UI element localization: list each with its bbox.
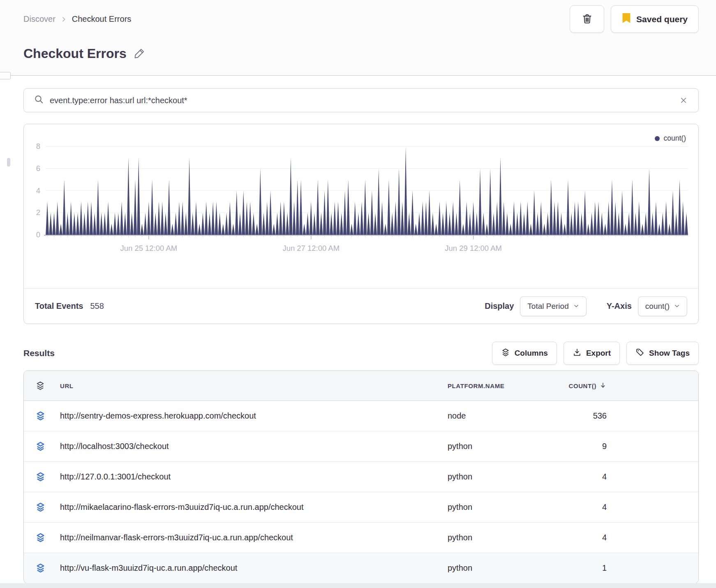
table-row: http://neilmanvar-flask-errors-m3uuizd7i… <box>24 522 698 553</box>
cell-count: 4 <box>554 472 698 482</box>
y-axis-dropdown[interactable]: count() <box>638 296 687 316</box>
column-header-url[interactable]: URL <box>60 382 448 389</box>
events-bar-chart[interactable]: 02468Jun 25 12:00 AMJun 27 12:00 AMJun 2… <box>24 124 698 288</box>
display-dropdown-value: Total Period <box>527 302 568 311</box>
search-input[interactable] <box>50 96 674 105</box>
row-actions-layers-icon[interactable] <box>24 441 60 451</box>
table-body: http://sentry-demos-express.herokuapp.co… <box>24 401 698 583</box>
events-chart-panel: 02468Jun 25 12:00 AMJun 27 12:00 AMJun 2… <box>23 124 699 324</box>
page-title: Checkout Errors <box>23 44 127 63</box>
bookmark-icon <box>622 13 631 25</box>
total-events-value: 558 <box>90 301 104 311</box>
layers-icon <box>501 348 510 359</box>
cell-url: http://127.0.0.1:3001/checkout <box>60 472 448 482</box>
legend-dot <box>655 136 660 141</box>
y-axis-label: Y-Axis <box>607 301 632 311</box>
table-row: http://127.0.0.1:3001/checkout python 4 <box>24 461 698 492</box>
cell-url: http://vu-flask-m3uuizd7iq-uc.a.run.app/… <box>60 563 448 573</box>
cell-platform: python <box>448 563 554 573</box>
row-actions-layers-icon[interactable] <box>24 411 60 421</box>
export-button-label: Export <box>586 349 611 358</box>
tag-icon <box>635 348 644 359</box>
cell-platform: python <box>448 533 554 542</box>
chevron-right-icon <box>60 16 67 23</box>
chevron-down-icon <box>674 302 680 311</box>
panel-collapse-handle[interactable] <box>0 72 11 79</box>
cell-count: 9 <box>554 442 698 451</box>
content-divider <box>0 75 716 76</box>
search-bar <box>23 88 699 112</box>
cell-count: 1 <box>554 563 698 573</box>
table-header-row: URL PLATFORM.NAME COUNT() <box>24 371 698 401</box>
download-icon <box>573 348 582 359</box>
row-actions-layers-icon[interactable] <box>24 502 60 512</box>
trash-icon <box>582 13 593 25</box>
legend-item-count[interactable]: count() <box>655 134 686 143</box>
row-actions-layers-icon[interactable] <box>24 563 60 573</box>
svg-text:6: 6 <box>36 164 40 173</box>
results-heading: Results <box>23 348 55 358</box>
table-row: http://mikaelacarino-flask-errors-m3uuiz… <box>24 492 698 522</box>
cell-platform: python <box>448 442 554 451</box>
svg-text:Jun 29 12:00 AM: Jun 29 12:00 AM <box>445 244 502 252</box>
breadcrumb-current-page: Checkout Errors <box>72 14 132 24</box>
legend-label: count() <box>664 134 686 143</box>
svg-text:2: 2 <box>36 208 40 217</box>
cell-platform: python <box>448 472 554 482</box>
total-events-label: Total Events <box>35 301 83 311</box>
svg-text:Jun 27 12:00 AM: Jun 27 12:00 AM <box>282 244 340 252</box>
edit-pencil-icon[interactable] <box>133 47 146 60</box>
table-row: http://vu-flask-m3uuizd7iq-uc.a.run.app/… <box>24 553 698 583</box>
chevron-down-icon <box>573 302 579 311</box>
cell-count: 536 <box>554 411 698 421</box>
page-bottom-strip <box>0 583 716 588</box>
cell-platform: node <box>448 411 554 421</box>
page-header: Discover Checkout Errors <box>0 0 716 75</box>
table-row: http://localhost:3003/checkout python 9 <box>24 431 698 461</box>
show-tags-button[interactable]: Show Tags <box>626 342 699 365</box>
delete-saved-query-button[interactable] <box>570 5 604 33</box>
display-dropdown[interactable]: Total Period <box>520 296 586 316</box>
cell-url: http://neilmanvar-flask-errors-m3uuizd7i… <box>60 533 448 542</box>
breadcrumb-discover[interactable]: Discover <box>23 14 55 24</box>
chart-area: 02468Jun 25 12:00 AMJun 27 12:00 AMJun 2… <box>24 124 698 288</box>
breadcrumb: Discover Checkout Errors <box>23 14 131 24</box>
cell-url: http://localhost:3003/checkout <box>60 442 448 451</box>
svg-text:Jun 25 12:00 AM: Jun 25 12:00 AM <box>120 244 178 252</box>
results-table: URL PLATFORM.NAME COUNT() http://sentry-… <box>23 370 699 583</box>
table-row: http://sentry-demos-express.herokuapp.co… <box>24 401 698 431</box>
cell-count: 4 <box>554 533 698 542</box>
scrollbar-thumb[interactable] <box>7 158 10 167</box>
cell-url: http://sentry-demos-express.herokuapp.co… <box>60 411 448 421</box>
saved-query-button[interactable]: Saved query <box>611 5 699 33</box>
column-header-count[interactable]: COUNT() <box>554 382 698 390</box>
show-tags-button-label: Show Tags <box>649 349 690 358</box>
chart-footer: Total Events 558 Display Total Period Y-… <box>24 288 698 324</box>
svg-text:0: 0 <box>36 230 40 239</box>
svg-text:8: 8 <box>36 142 40 150</box>
columns-button-label: Columns <box>515 349 548 358</box>
row-actions-layers-icon[interactable] <box>24 532 60 543</box>
cell-platform: python <box>448 502 554 512</box>
column-header-platform[interactable]: PLATFORM.NAME <box>448 382 554 389</box>
cell-count: 4 <box>554 502 698 512</box>
cell-url: http://mikaelacarino-flask-errors-m3uuiz… <box>60 502 448 512</box>
columns-button[interactable]: Columns <box>492 342 557 365</box>
svg-text:4: 4 <box>36 186 40 195</box>
clear-search-icon[interactable] <box>680 97 687 104</box>
search-icon <box>34 95 44 106</box>
row-actions-layers-icon[interactable] <box>24 472 60 482</box>
export-button[interactable]: Export <box>564 342 620 365</box>
display-label: Display <box>485 301 514 311</box>
sort-descending-icon <box>599 382 607 390</box>
layers-icon[interactable] <box>24 381 60 391</box>
saved-query-label: Saved query <box>636 14 688 24</box>
y-axis-dropdown-value: count() <box>645 302 670 311</box>
